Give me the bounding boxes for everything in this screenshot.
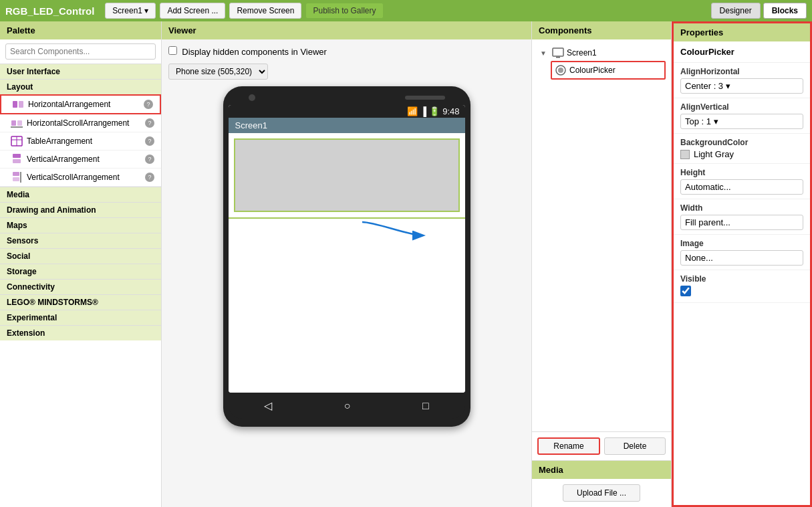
help-icon[interactable]: ? [145, 136, 154, 146]
publish-button[interactable]: Publish to Gallery [305, 3, 383, 19]
svg-rect-3 [17, 120, 22, 126]
phone-navbar: ◁ ○ □ [229, 393, 465, 419]
palette-title: Palette [0, 21, 161, 39]
remove-screen-button[interactable]: Remove Screen [229, 3, 301, 19]
phone-camera-area [229, 94, 465, 105]
back-button[interactable]: ◁ [264, 399, 272, 412]
topbar: RGB_LED_Control Screen1 ▾ Add Screen ...… [0, 0, 812, 21]
blocks-button[interactable]: Blocks [763, 3, 807, 19]
prop-align-vertical-value[interactable]: Top : 1 ▾ [680, 114, 803, 129]
prop-image: Image None... [674, 235, 810, 270]
phone-size-select[interactable]: Phone size (505,320) [168, 64, 268, 80]
prop-height: Height Automatic... [674, 164, 810, 199]
palette-item-label: HorizontalScrollArrangement [27, 118, 141, 128]
dropdown-icon: ▾ [714, 116, 718, 126]
prop-image-value[interactable]: None... [680, 250, 803, 266]
dropdown-icon: ▾ [726, 81, 730, 91]
prop-align-horizontal-value[interactable]: Center : 3 ▾ [680, 78, 803, 94]
svg-rect-8 [13, 154, 21, 158]
designer-button[interactable]: Designer [711, 3, 761, 19]
components-actions: Rename Delete [532, 431, 671, 460]
properties-component-name: ColourPicker [674, 41, 810, 63]
palette-section-sensors[interactable]: Sensors [0, 233, 161, 248]
phone-wrapper: 📶 ▐ 🔋 9:48 Screen1 ◁ ○ [168, 86, 525, 427]
palette-item-label: TableArrangement [27, 136, 141, 146]
palette-item-table[interactable]: TableArrangement ? [0, 132, 161, 150]
svg-rect-2 [11, 120, 16, 126]
palette-section-lego[interactable]: LEGO® MINDSTORMS® [0, 294, 161, 310]
add-screen-button[interactable]: Add Screen ... [160, 3, 225, 19]
prop-width-value[interactable]: Fill parent... [680, 215, 803, 230]
vertical-icon [11, 153, 23, 165]
svg-rect-11 [13, 177, 19, 181]
prop-align-vertical-label: AlignVertical [680, 102, 803, 112]
svg-rect-1 [19, 101, 23, 108]
screen-label-bar: Screen1 [229, 118, 465, 133]
palette-section-extension[interactable]: Extension [0, 325, 161, 340]
palette-section-experimental[interactable]: Experimental [0, 310, 161, 325]
prop-bg-color-label: BackgroundColor [680, 138, 803, 147]
table-icon [11, 135, 23, 147]
prop-width-label: Width [680, 203, 803, 213]
palette-section-layout[interactable]: Layout [0, 79, 161, 94]
palette-section-connectivity[interactable]: Connectivity [0, 279, 161, 294]
palette-section-maps[interactable]: Maps [0, 217, 161, 233]
palette-panel: Palette User Interface Layout Horizontal… [0, 21, 162, 507]
palette-section-user-interface[interactable]: User Interface [0, 64, 161, 79]
hidden-components-label[interactable]: Display hidden components in Viewer [168, 46, 327, 57]
palette-item-horizontal-scroll[interactable]: HorizontalScrollArrangement ? [0, 114, 161, 132]
palette-search-input[interactable] [5, 43, 156, 60]
screen1-label: Screen1 [567, 48, 597, 58]
svg-rect-15 [556, 57, 560, 58]
prop-visible-label: Visible [680, 274, 803, 284]
prop-bg-color-value[interactable]: Light Gray [680, 149, 803, 159]
prop-align-vertical: AlignVertical Top : 1 ▾ [674, 98, 810, 134]
help-icon[interactable]: ? [145, 155, 154, 164]
palette-item-horizontal-arrangement[interactable]: HorizontalArrangement ? [0, 94, 161, 114]
phone-content [229, 138, 465, 393]
visible-checkbox[interactable] [680, 286, 691, 296]
help-icon[interactable]: ? [145, 118, 154, 128]
components-tree: ▼ Screen1 ColourPicker [532, 39, 671, 431]
palette-item-label: HorizontalArrangement [28, 100, 140, 109]
screen-dropdown-button[interactable]: Screen1 ▾ [105, 3, 156, 19]
help-icon[interactable]: ? [145, 173, 154, 182]
palette-item-label: VerticalArrangement [27, 155, 141, 164]
properties-title: Properties [674, 23, 810, 41]
palette-section-storage[interactable]: Storage [0, 264, 161, 279]
tree-colour-picker[interactable]: ColourPicker [551, 61, 666, 80]
tree-children: ColourPicker [551, 61, 666, 80]
app-title: RGB_LED_Control [5, 5, 94, 17]
viewer-controls: Display hidden components in Viewer [168, 46, 525, 57]
svg-point-17 [558, 68, 563, 73]
components-title: Components [532, 21, 671, 39]
properties-panel: Properties ColourPicker AlignHorizontal … [672, 21, 812, 507]
prop-width: Width Fill parent... [674, 199, 810, 235]
help-icon[interactable]: ? [144, 100, 153, 109]
vertical-scroll-icon [11, 171, 23, 183]
hidden-components-checkbox[interactable] [168, 46, 177, 55]
tree-toggle[interactable]: ▼ [540, 49, 549, 57]
delete-button[interactable]: Delete [604, 437, 666, 455]
palette-item-vertical-scroll[interactable]: VerticalScrollArrangement ? [0, 169, 161, 187]
prop-align-horizontal-label: AlignHorizontal [680, 67, 803, 76]
home-button[interactable]: ○ [344, 400, 351, 412]
recents-button[interactable]: □ [422, 400, 429, 412]
colour-picker-block[interactable] [234, 138, 460, 212]
palette-section-drawing[interactable]: Drawing and Animation [0, 202, 161, 217]
phone-device: 📶 ▐ 🔋 9:48 Screen1 ◁ ○ [223, 86, 470, 427]
screen-icon [552, 47, 564, 59]
prop-height-value[interactable]: Automatic... [680, 179, 803, 195]
phone-bottom-content [229, 217, 465, 365]
palette-section-media[interactable]: Media [0, 187, 161, 202]
tree-screen1[interactable]: ▼ Screen1 [537, 45, 666, 61]
palette-item-vertical[interactable]: VerticalArrangement ? [0, 150, 161, 169]
prop-image-label: Image [680, 239, 803, 248]
rename-button[interactable]: Rename [537, 437, 600, 455]
media-title: Media [532, 461, 671, 479]
viewer-panel: Viewer Display hidden components in View… [162, 21, 531, 507]
upload-file-button[interactable]: Upload File ... [563, 484, 640, 502]
palette-section-social[interactable]: Social [0, 248, 161, 264]
media-section: Media Upload File ... [532, 460, 671, 507]
svg-rect-10 [13, 172, 19, 176]
